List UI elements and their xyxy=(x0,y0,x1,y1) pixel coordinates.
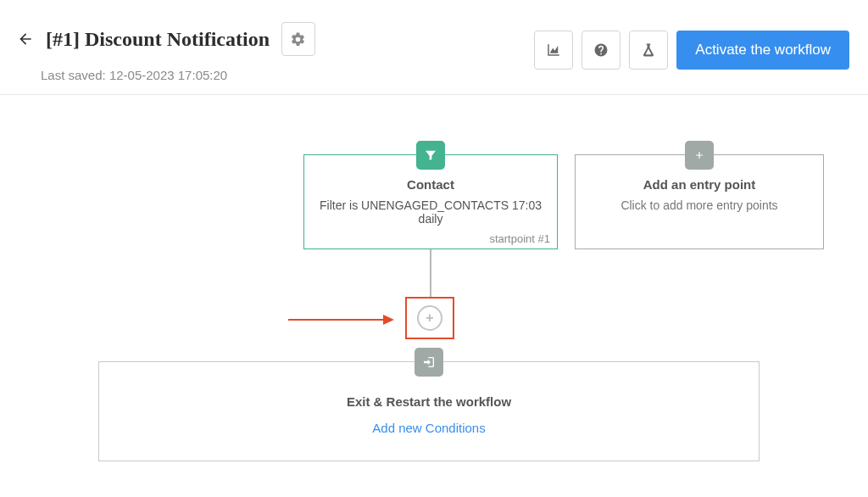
add-entry-point-node[interactable]: Add an entry point Click to add more ent… xyxy=(575,154,824,249)
plus-circle-icon: + xyxy=(417,305,442,331)
activate-button[interactable]: Activate the workflow xyxy=(676,31,849,70)
entry-node-title: Contact xyxy=(304,177,557,192)
help-button[interactable] xyxy=(581,31,620,70)
chart-icon xyxy=(546,42,561,58)
exit-icon xyxy=(415,348,443,377)
connector-line xyxy=(430,249,431,299)
workflow-canvas: Contact Filter is UNENGAGED_CONTACTS 17:… xyxy=(0,95,868,494)
settings-button[interactable] xyxy=(281,22,315,56)
entry-node-footer: startpoint #1 xyxy=(489,232,550,245)
header-left: [#1] Discount Notification Last saved: 1… xyxy=(17,22,315,82)
annotation-arrow-icon xyxy=(288,311,394,328)
plus-icon xyxy=(685,141,714,170)
add-entry-title: Add an entry point xyxy=(576,177,823,192)
filter-icon xyxy=(416,141,445,170)
stats-button[interactable] xyxy=(534,31,573,70)
header-right: Activate the workflow xyxy=(534,31,849,70)
entry-point-node[interactable]: Contact Filter is UNENGAGED_CONTACTS 17:… xyxy=(303,154,558,249)
svg-marker-1 xyxy=(383,315,394,325)
header: [#1] Discount Notification Last saved: 1… xyxy=(0,0,868,95)
add-step-button[interactable]: + xyxy=(405,297,454,339)
exit-node: Exit & Restart the workflow Add new Cond… xyxy=(98,361,760,461)
help-icon xyxy=(593,42,609,58)
title-row: [#1] Discount Notification xyxy=(17,22,315,56)
exit-node-title: Exit & Restart the workflow xyxy=(99,394,759,409)
last-saved-text: Last saved: 12-05-2023 17:05:20 xyxy=(41,68,315,82)
gear-icon xyxy=(290,31,306,47)
add-conditions-link[interactable]: Add new Conditions xyxy=(99,421,759,435)
back-arrow-icon[interactable] xyxy=(17,31,34,47)
entry-node-desc: Filter is UNENGAGED_CONTACTS 17:03 daily xyxy=(304,198,557,226)
page-title: [#1] Discount Notification xyxy=(46,28,270,51)
add-entry-desc: Click to add more entry points xyxy=(576,198,823,212)
flask-icon xyxy=(641,42,656,58)
test-button[interactable] xyxy=(629,31,668,70)
